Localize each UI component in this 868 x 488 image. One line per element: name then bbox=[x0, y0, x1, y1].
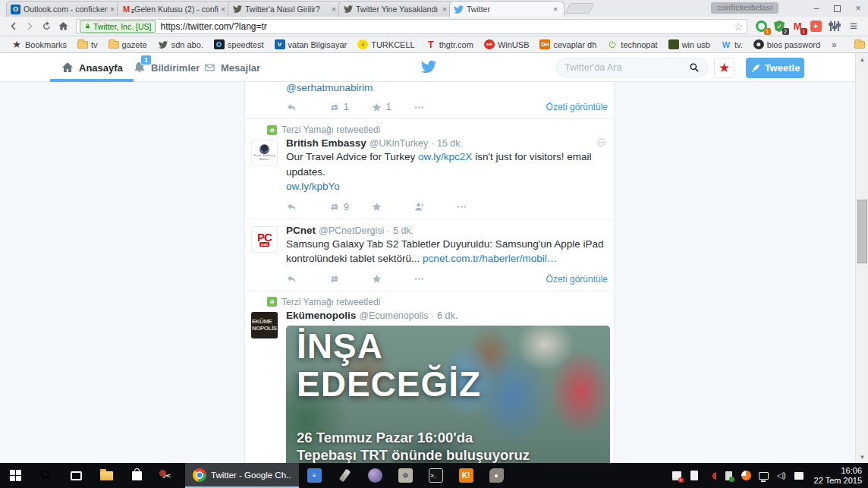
green-circle-extension-icon[interactable]: 1 bbox=[755, 20, 768, 33]
back-button[interactable] bbox=[5, 18, 21, 35]
pinned-gimp-app[interactable] bbox=[481, 463, 511, 488]
volume-tray-icon[interactable]: ◁) bbox=[776, 471, 787, 481]
bookmark-win-usb[interactable]: win usb bbox=[663, 37, 715, 52]
close-icon[interactable]: × bbox=[219, 5, 228, 14]
tweet-author-handle[interactable]: @PCnetDergisi bbox=[319, 225, 384, 236]
pinned-browser-app[interactable] bbox=[360, 463, 390, 488]
retweet-button[interactable] bbox=[329, 273, 371, 285]
scroll-down-arrow[interactable]: ▼ bbox=[856, 451, 868, 463]
tweet-author-name[interactable]: British Embassy bbox=[286, 137, 366, 149]
tweet-link[interactable]: ow.ly/kpc2X bbox=[418, 151, 472, 162]
taskbar-active-window[interactable]: Twitter - Google Ch... bbox=[185, 463, 299, 488]
close-icon[interactable]: × bbox=[108, 5, 117, 14]
search-box[interactable] bbox=[556, 58, 708, 77]
pinned-disk-tool[interactable] bbox=[390, 463, 420, 488]
reply-button[interactable] bbox=[286, 102, 329, 113]
pinned-command-prompt[interactable]: >_ bbox=[420, 463, 451, 488]
scroll-up-arrow[interactable]: ▲ bbox=[856, 53, 868, 65]
favorite-button[interactable] bbox=[371, 201, 414, 213]
view-summary-link[interactable]: Özeti görüntüle bbox=[546, 102, 608, 112]
page-scrollbar[interactable]: ▲ ▼ bbox=[855, 53, 868, 463]
profile-avatar[interactable]: ★ bbox=[714, 58, 734, 78]
tweet-author-name[interactable]: Ekümenopolis bbox=[286, 310, 356, 321]
file-explorer-button[interactable] bbox=[91, 463, 121, 488]
task-view-button[interactable] bbox=[61, 463, 91, 488]
tweet-author-handle[interactable]: @Ecumenopolis bbox=[359, 310, 428, 321]
tweet-pcnet[interactable]: PC net PCnet @PCnetDergisi · 5 dk. Samsu… bbox=[245, 219, 614, 291]
bookmark-vatan[interactable]: Vvatan Bilgisayar bbox=[269, 37, 353, 52]
favorite-button[interactable] bbox=[371, 273, 414, 285]
usb-safely-remove-tray-icon[interactable] bbox=[724, 471, 734, 481]
maximize-button[interactable] bbox=[834, 5, 841, 12]
shield-extension-icon[interactable]: ✓2 bbox=[773, 20, 786, 33]
bookmark-cevaplar-dh[interactable]: DHcevaplar dh bbox=[534, 37, 602, 52]
taskbar-clock[interactable]: 16:06 22 Tem 2015 bbox=[811, 466, 862, 486]
tweet-photo[interactable]: İNŞA EDECEĞİZ 26 Temmuz Pazar 16:00'da T… bbox=[286, 326, 610, 484]
avatar-british-embassy[interactable]: British Embassy Ankara bbox=[251, 140, 278, 166]
favorite-button[interactable]: 1 bbox=[371, 102, 414, 113]
avatar-pcnet[interactable]: PC net bbox=[251, 226, 278, 253]
minimize-button[interactable]: – bbox=[811, 3, 822, 14]
tweet-timestamp[interactable]: · 15 dk. bbox=[431, 138, 463, 149]
bookmark-technopat[interactable]: ⏻technopat bbox=[602, 37, 662, 52]
ev-certificate-badge[interactable]: Twitter, Inc. [US] bbox=[80, 20, 156, 33]
tab-outlook[interactable]: O Outlook.com - confickerb × bbox=[6, 1, 121, 17]
tab-twitter-howto[interactable]: Twitter'a Nasıl Girilir? × bbox=[228, 1, 343, 17]
close-icon[interactable]: × bbox=[440, 5, 449, 14]
pinned-notes-app[interactable]: ≡ bbox=[299, 463, 329, 488]
tweet-british-embassy[interactable]: Terzi Yamağı retweetledi British Embassy… bbox=[245, 119, 614, 219]
bookmark-thgtr[interactable]: Tthgtr.com bbox=[420, 37, 479, 52]
reply-button[interactable] bbox=[286, 201, 329, 213]
nav-notifications[interactable]: 1 Bildirimler bbox=[133, 53, 200, 82]
device-tray-icon[interactable] bbox=[689, 471, 700, 481]
tab-twitter-banned[interactable]: Twitter Yine Yasaklandı - [ × bbox=[338, 1, 454, 17]
other-bookmarks-folder[interactable]: Diğer yer işaretleri bbox=[849, 37, 868, 52]
bookmark-sdn[interactable]: sdn abo. bbox=[153, 37, 209, 52]
pinned-usb-tool[interactable] bbox=[329, 463, 360, 488]
tweet-button[interactable]: Tweetle bbox=[746, 58, 804, 78]
close-icon[interactable]: × bbox=[329, 5, 338, 14]
avast-tray-icon[interactable] bbox=[741, 471, 752, 481]
bookmark-star-icon[interactable]: ☆ bbox=[734, 20, 744, 33]
pinned-k-app[interactable]: K! bbox=[451, 463, 481, 488]
muted-speaker-tray-icon[interactable] bbox=[706, 471, 717, 481]
bookmarks-overflow-chevron[interactable]: » bbox=[826, 39, 843, 50]
close-icon[interactable]: × bbox=[551, 5, 560, 14]
more-button[interactable] bbox=[414, 102, 456, 113]
bookmark-folder-tv[interactable]: tv bbox=[72, 37, 103, 52]
sliders-extension-icon[interactable] bbox=[830, 20, 840, 32]
tweet-link[interactable]: pcnet.com.tr/haberler/mobil… bbox=[423, 253, 557, 264]
task-scheduler-tray-icon[interactable]: x bbox=[671, 471, 682, 481]
scrollbar-thumb[interactable] bbox=[857, 200, 867, 263]
more-button[interactable] bbox=[414, 273, 456, 285]
profile-name-chip[interactable]: confickerbelasi bbox=[711, 2, 778, 14]
twitter-logo[interactable] bbox=[420, 59, 438, 77]
chrome-menu-icon[interactable]: ≡ bbox=[850, 20, 857, 33]
nav-messages[interactable]: Mesajlar bbox=[203, 53, 260, 82]
tab-twitter-active[interactable]: Twitter × bbox=[449, 1, 565, 17]
new-tab-button[interactable] bbox=[565, 3, 595, 14]
tweet-timestamp[interactable]: · 5 dk. bbox=[387, 225, 414, 236]
plus-extension-icon[interactable]: + bbox=[810, 20, 822, 33]
retweet-button[interactable]: 1 bbox=[329, 102, 371, 113]
forward-button[interactable] bbox=[21, 18, 38, 35]
tab-gmail[interactable]: M2 Gelen Kutusu (2) - confick × bbox=[117, 1, 232, 17]
tweet-ekumenopolis[interactable]: Terzi Yamağı retweetledi EKÜME NOPOLİS E… bbox=[245, 291, 614, 488]
bookmark-bios-password[interactable]: ☻bios password bbox=[748, 37, 826, 52]
bookmark-folder-gazete[interactable]: gazete bbox=[103, 37, 153, 52]
gmail-extension-icon[interactable]: M1 bbox=[791, 20, 804, 33]
close-window-button[interactable]: × bbox=[853, 3, 863, 14]
tweet-timestamp[interactable]: · 6 dk. bbox=[431, 310, 458, 321]
notification-center-tray-icon[interactable] bbox=[794, 471, 804, 481]
snipping-tool-button[interactable]: ✂ bbox=[152, 463, 182, 488]
nav-home[interactable]: Anasayfa bbox=[61, 53, 123, 82]
network-tray-icon[interactable] bbox=[759, 471, 769, 481]
retweet-button[interactable]: 9 bbox=[329, 201, 371, 213]
reply-button[interactable] bbox=[286, 273, 329, 285]
bookmark-bookmarks[interactable]: ★Bookmarks bbox=[6, 37, 72, 52]
bookmark-speedtest[interactable]: speedtest bbox=[209, 37, 269, 52]
refresh-button[interactable] bbox=[38, 18, 55, 35]
url-text[interactable]: https://twitter.com/?lang=tr bbox=[160, 21, 266, 32]
tweet-author-handle[interactable]: @UKinTurkey bbox=[370, 138, 429, 149]
search-input[interactable] bbox=[565, 62, 678, 73]
